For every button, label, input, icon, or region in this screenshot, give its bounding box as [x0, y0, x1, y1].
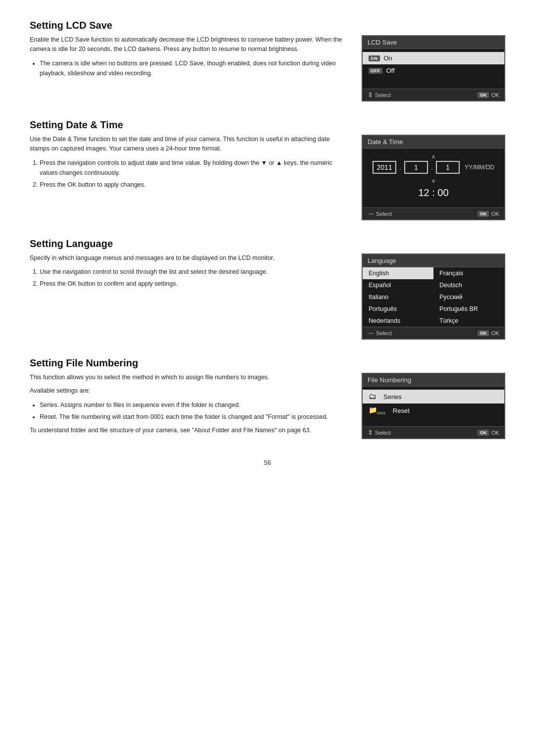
language-panel: Language English Français Español Deutsc…: [362, 253, 505, 340]
lcd-save-footer-right: OK OK: [478, 92, 499, 98]
language-footer-right: OK OK: [478, 330, 499, 336]
on-badge: ON: [369, 55, 380, 61]
year-field[interactable]: 2011: [373, 161, 396, 174]
file-numbering-footer-left: ⇕ Select: [368, 429, 391, 436]
ok-badge: OK: [478, 92, 489, 98]
on-label: On: [384, 54, 392, 62]
lang-deutsch[interactable]: Deutsch: [433, 279, 504, 291]
file-numbering-text: This function allows you to select the m…: [30, 373, 347, 439]
lcd-save-panel-title: LCD Save: [363, 36, 504, 49]
date-sep1: .: [399, 163, 401, 171]
lcd-save-para1: Enable the LCD Save function to automati…: [30, 35, 347, 54]
lang-espanol[interactable]: Español: [363, 279, 433, 291]
date-time-cam-panel: Date & Time ∧ 2011 . 1 . 1 YY/MM/DD ∨ 12…: [362, 135, 505, 220]
date-time-step1: Press the navigation controls to adjust …: [40, 158, 347, 178]
date-time-panel: Date & Time ∧ 2011 . 1 . 1 YY/MM/DD ∨ 12…: [362, 135, 505, 220]
language-grid: English Français Español Deutsch Italian…: [363, 267, 504, 327]
language-text: Specify in which language menus and mess…: [30, 253, 347, 291]
file-numbering-reset[interactable]: 📁0001 Reset: [363, 403, 504, 418]
lcd-save-ok-label: OK: [491, 92, 499, 98]
file-numbering-panel-title: File Numbering: [363, 374, 504, 387]
file-numbering-ok-label: OK: [491, 430, 499, 436]
lcd-save-option-on[interactable]: ON On: [363, 52, 504, 64]
lcd-save-panel: LCD Save ON On OFF Off ⇕ Select: [362, 35, 505, 101]
select-arrows-icon: ⇕: [368, 91, 373, 99]
date-time-footer-left: ↔ Select: [368, 210, 392, 217]
file-numbering-para2: To understand folder and file structure …: [30, 426, 347, 435]
date-time-footer-right: OK OK: [478, 211, 499, 217]
ok-badge-fn: OK: [478, 430, 489, 436]
month-field[interactable]: 1: [404, 161, 428, 174]
date-format-label: YY/MM/DD: [465, 164, 494, 171]
off-label: Off: [386, 67, 395, 74]
lang-turkce[interactable]: Türkçe: [433, 315, 504, 327]
ok-badge-lang: OK: [478, 330, 489, 336]
date-time-step2: Press the OK button to apply changes.: [40, 180, 347, 190]
time-row: 12 : 00: [369, 187, 498, 199]
section-language: Setting Language Specify in which langua…: [30, 238, 505, 340]
language-select-label: Select: [376, 330, 392, 336]
language-panel-title: Language: [363, 254, 504, 267]
lang-portugues-br[interactable]: Português BR: [433, 303, 504, 315]
language-footer-left: ↔ Select: [368, 329, 392, 337]
file-numbering-cam-panel: File Numbering 🗂 Series 📁0001 Reset ⇕ Se…: [362, 373, 505, 439]
date-time-title: Setting Date & Time: [30, 119, 505, 131]
lang-english[interactable]: English: [363, 267, 433, 279]
language-title: Setting Language: [30, 238, 505, 250]
lcd-save-option-off[interactable]: OFF Off: [363, 64, 504, 77]
file-numbering-title: Setting File Numbering: [30, 357, 505, 369]
file-numbering-bullet2: Reset. The file numbering will start fro…: [40, 412, 347, 422]
lang-nederlands[interactable]: Nederlands: [363, 315, 433, 327]
day-field[interactable]: 1: [436, 161, 460, 174]
date-time-select-label: Select: [376, 211, 392, 217]
off-badge: OFF: [369, 68, 382, 74]
date-time-ok-label: OK: [491, 211, 499, 217]
language-panel-footer: ↔ Select OK OK: [363, 327, 504, 339]
series-label: Series: [383, 393, 402, 401]
file-numbering-series[interactable]: 🗂 Series: [363, 390, 504, 403]
ok-badge-dt: OK: [478, 211, 489, 217]
time-display: 12 : 00: [418, 187, 448, 199]
language-step1: Use the navigation control to scroll thr…: [40, 267, 347, 277]
lcd-save-cam-panel: LCD Save ON On OFF Off ⇕ Select: [362, 35, 505, 101]
lang-portugues[interactable]: Português: [363, 303, 433, 315]
file-numbering-select-label: Select: [375, 430, 391, 436]
lang-italiano[interactable]: Italiano: [363, 291, 433, 303]
available-label: Available settings are:: [30, 386, 347, 396]
date-time-text: Use the Date & Time function to set the …: [30, 135, 347, 192]
lcd-save-panel-body: ON On OFF Off: [363, 49, 504, 89]
lcd-save-text: Enable the LCD Save function to automati…: [30, 35, 347, 80]
reset-label: Reset: [393, 407, 410, 414]
date-time-para1: Use the Date & Time function to set the …: [30, 135, 347, 154]
section-lcd-save: Setting LCD Save Enable the LCD Save fun…: [30, 20, 505, 101]
language-ok-label: OK: [491, 330, 499, 336]
file-numbering-para1: This function allows you to select the m…: [30, 373, 347, 382]
language-panel-body: English Français Español Deutsch Italian…: [363, 267, 504, 327]
reset-icon: 📁0001: [369, 406, 386, 415]
date-sep2: .: [431, 163, 433, 171]
file-numbering-panel: File Numbering 🗂 Series 📁0001 Reset ⇕ Se…: [362, 373, 505, 439]
lang-francais[interactable]: Français: [433, 267, 504, 279]
section-file-numbering: Setting File Numbering This function all…: [30, 357, 505, 439]
file-numbering-bullet1: Series. Assigns number to files in seque…: [40, 400, 347, 410]
language-cam-panel: Language English Français Español Deutsc…: [362, 253, 505, 340]
date-time-panel-footer: ↔ Select OK OK: [363, 207, 504, 219]
select-lr-arrows-icon: ↔: [368, 210, 374, 217]
file-numbering-panel-body: 🗂 Series 📁0001 Reset: [363, 387, 504, 426]
language-step2: Press the OK button to confirm and apply…: [40, 279, 347, 289]
lcd-save-bullet: The camera is idle when no buttons are p…: [40, 58, 347, 78]
lcd-save-footer-left: ⇕ Select: [368, 91, 391, 99]
date-time-panel-title: Date & Time: [363, 136, 504, 149]
date-time-panel-body: ∧ 2011 . 1 . 1 YY/MM/DD ∨ 12 : 00: [363, 149, 504, 207]
language-para1: Specify in which language menus and mess…: [30, 253, 347, 263]
down-arrow-icon: ∨: [369, 178, 498, 187]
file-numbering-footer-right: OK OK: [478, 430, 499, 436]
lcd-save-panel-footer: ⇕ Select OK OK: [363, 89, 504, 101]
lang-russian[interactable]: Русский: [433, 291, 504, 303]
select-ud-arrows-icon: ⇕: [368, 429, 373, 436]
lcd-save-title: Setting LCD Save: [30, 20, 505, 31]
series-icon: 🗂: [369, 392, 376, 401]
page-number: 56: [30, 459, 505, 466]
lcd-save-select-label: Select: [375, 92, 391, 98]
date-row: 2011 . 1 . 1 YY/MM/DD: [369, 161, 498, 174]
